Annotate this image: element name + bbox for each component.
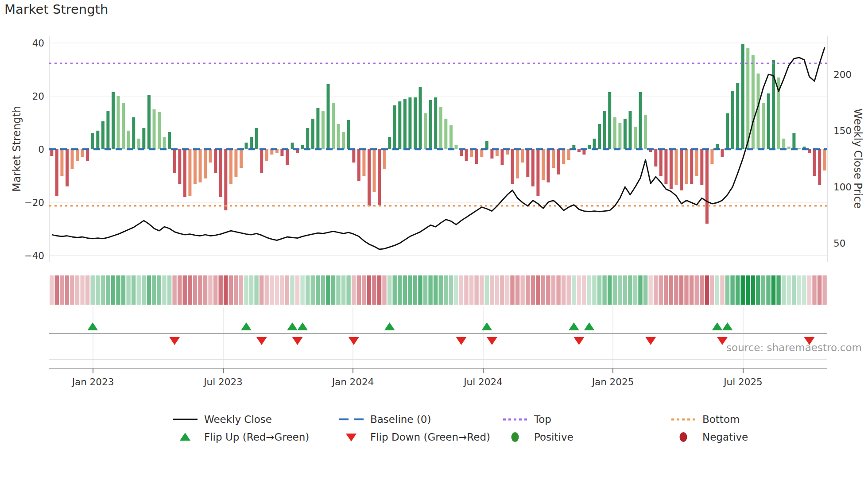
strength-bar [342, 132, 345, 149]
strength-bar [470, 149, 473, 157]
strength-bar [593, 139, 596, 149]
heatmap-cell [720, 275, 724, 305]
strength-bar [690, 149, 693, 184]
heatmap-cell [418, 275, 422, 305]
strength-bar [501, 149, 504, 165]
strength-bar [782, 139, 785, 149]
strength-bar [710, 149, 713, 164]
heatmap-cell [756, 275, 760, 305]
strength-bar [439, 107, 442, 149]
heatmap-cell [300, 275, 304, 305]
strength-bar [480, 149, 483, 157]
heatmap-cell [260, 275, 264, 305]
heatmap-cell [608, 275, 612, 305]
strength-bar [163, 137, 166, 149]
strength-bar [659, 149, 663, 176]
strength-bar [127, 131, 130, 149]
strength-bar [424, 113, 427, 149]
heatmap-cell [234, 275, 238, 305]
heatmap-cell [224, 275, 228, 305]
heatmap-cell [254, 275, 258, 305]
strength-bar [531, 149, 535, 186]
strength-bar [475, 149, 478, 164]
strength-bar [485, 141, 488, 149]
heatmap-cell [776, 275, 780, 305]
tick-label: −40 [24, 250, 44, 261]
strength-bar [429, 100, 432, 149]
heatmap-cell [167, 275, 171, 305]
heatmap-cell [536, 275, 540, 305]
strength-bar [352, 149, 355, 163]
tick-label: Jan 2023 [71, 376, 114, 387]
heatmap-cell [648, 275, 652, 305]
heatmap-cell [792, 275, 796, 305]
heatmap-cell [80, 275, 84, 305]
heatmap-cell [183, 275, 187, 305]
strength-bar [132, 117, 135, 149]
circle-green-icon [502, 431, 528, 443]
heatmap-cell [597, 275, 601, 305]
heatmap-cell [219, 275, 223, 305]
strength-bars [50, 44, 826, 224]
heatmap-cell [822, 275, 826, 305]
strength-bar [408, 97, 411, 149]
strength-bar [183, 149, 186, 197]
heatmap-cell [106, 275, 110, 305]
heatmap-cell [203, 275, 207, 305]
triangle-down-red-icon [338, 431, 364, 443]
strength-bar [547, 149, 550, 182]
heatmap-cell [285, 275, 289, 305]
strength-bar [178, 149, 181, 184]
heatmap-cell [474, 275, 478, 305]
strength-bar [731, 91, 734, 149]
heatmap-cell [249, 275, 253, 305]
strength-bar [306, 128, 309, 149]
heatmap-cell [316, 275, 320, 305]
heatmap-cell [531, 275, 535, 305]
heatmap-cell [628, 275, 632, 305]
strength-bar [378, 149, 381, 205]
heatmap-cell [393, 275, 397, 305]
strength-bar [122, 103, 125, 149]
strength-bar [265, 149, 268, 161]
strength-bar [526, 149, 529, 177]
heatmap-cell [690, 275, 694, 305]
flip-down-marker [292, 337, 303, 345]
heatmap-cell [459, 275, 463, 305]
heatmap-cell [434, 275, 438, 305]
strength-bar [552, 149, 555, 168]
flip-down-marker [456, 337, 467, 345]
flip-down-marker [256, 337, 267, 345]
heatmap-cell [239, 275, 243, 305]
strength-bar [767, 93, 770, 149]
flip-up-marker [87, 322, 98, 330]
heatmap-cell [577, 275, 581, 305]
strength-bar [613, 117, 616, 149]
heatmap-cell [556, 275, 560, 305]
heatmap-cell [812, 275, 816, 305]
heatmap-cell [85, 275, 89, 305]
strength-bar [608, 92, 611, 149]
strength-bar [444, 119, 447, 149]
heatmap-cell [464, 275, 468, 305]
strength-bar [214, 149, 217, 173]
strength-bar [536, 149, 539, 196]
legend-item-dot-orange: Bottom [670, 413, 740, 426]
heatmap-cell [490, 275, 494, 305]
strength-bar [137, 139, 140, 149]
heatmap-cell [172, 275, 176, 305]
heatmap-cell [551, 275, 555, 305]
circle-darkred-icon [670, 431, 697, 443]
strength-bar [685, 149, 688, 184]
strength-bar [634, 127, 637, 149]
heatmap-cell [132, 275, 136, 305]
tick-label: 40 [32, 38, 44, 49]
flip-up-marker [297, 322, 308, 330]
strength-bar [762, 103, 765, 149]
tick-label: −20 [24, 197, 44, 208]
legend-label: Negative [702, 431, 748, 443]
heatmap-cell [157, 275, 161, 305]
strength-bar [700, 149, 703, 185]
strength-bar [403, 99, 407, 149]
strength-bar [332, 103, 335, 149]
